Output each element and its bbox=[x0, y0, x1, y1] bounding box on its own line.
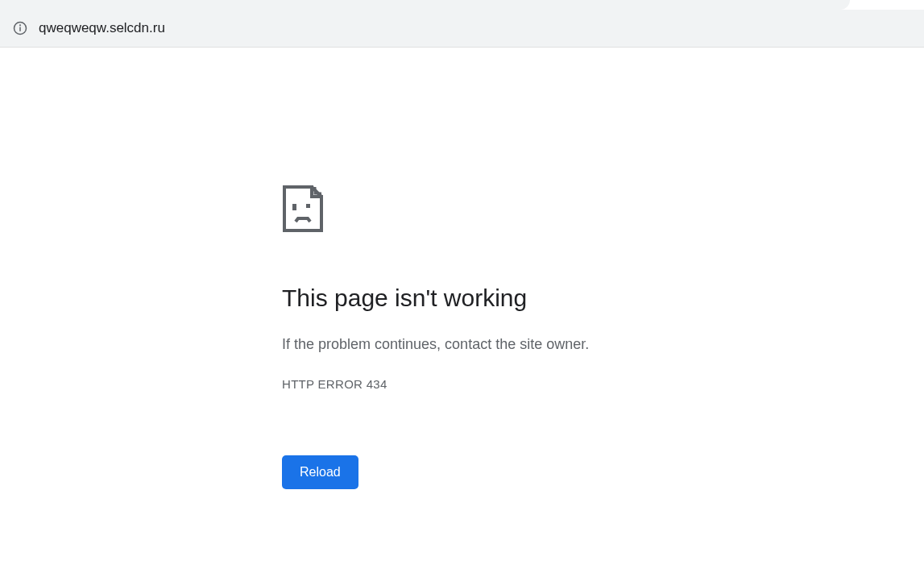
url-text[interactable]: qweqweqw.selcdn.ru bbox=[39, 20, 165, 36]
info-icon[interactable] bbox=[13, 21, 27, 35]
svg-rect-4 bbox=[306, 204, 310, 208]
error-message: If the problem continues, contact the si… bbox=[282, 336, 924, 353]
error-heading: This page isn't working bbox=[282, 284, 924, 312]
address-bar[interactable]: qweqweqw.selcdn.ru bbox=[0, 10, 924, 48]
sad-page-icon bbox=[282, 185, 924, 236]
tab-bar-placeholder bbox=[0, 0, 850, 10]
svg-rect-3 bbox=[292, 204, 296, 210]
reload-button[interactable]: Reload bbox=[282, 455, 358, 489]
error-code: HTTP ERROR 434 bbox=[282, 377, 924, 391]
svg-point-2 bbox=[20, 25, 21, 26]
error-page-content: This page isn't working If the problem c… bbox=[0, 48, 924, 489]
